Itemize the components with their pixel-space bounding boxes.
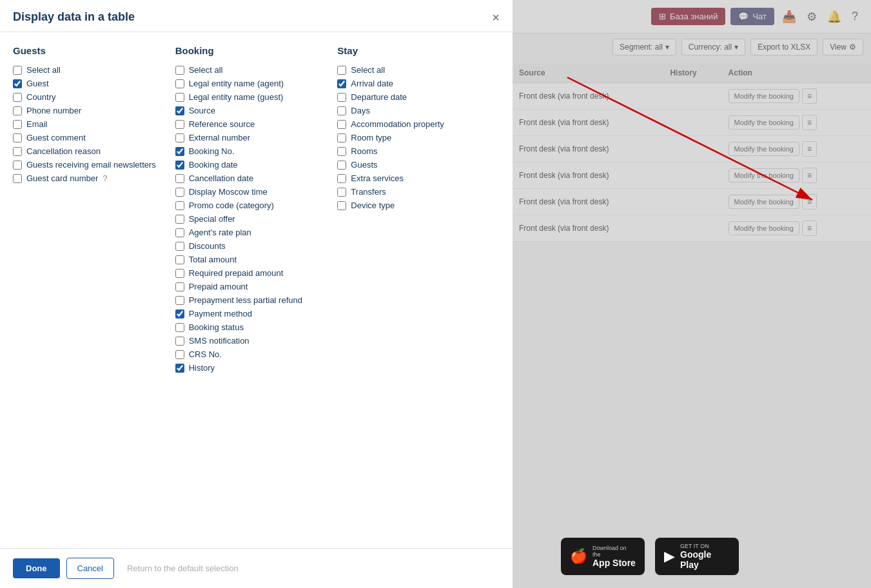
row-menu-button[interactable]: ≡: [802, 220, 817, 236]
list-item[interactable]: Guests: [337, 160, 487, 170]
modify-booking-button[interactable]: Modify the booking: [729, 195, 799, 209]
inbox-icon[interactable]: 📥: [779, 7, 799, 26]
checkbox-s-accom[interactable]: [337, 120, 346, 129]
knowledge-base-button[interactable]: ⊞ База знаний: [651, 8, 726, 25]
list-item[interactable]: Display Moscow time: [175, 187, 325, 197]
list-item[interactable]: Total amount: [175, 255, 325, 264]
checkbox-b-moscow-time[interactable]: [175, 188, 184, 197]
checkbox-s-room-type[interactable]: [337, 133, 346, 142]
list-item[interactable]: Guest: [13, 79, 162, 88]
list-item[interactable]: Cancellation date: [175, 173, 325, 183]
list-item[interactable]: Room type: [337, 133, 487, 142]
modify-booking-button[interactable]: Modify the booking: [729, 221, 799, 235]
checkbox-b-payment[interactable]: [175, 309, 184, 318]
checkbox-b-source[interactable]: [175, 106, 184, 115]
list-item[interactable]: Booking date: [175, 160, 325, 170]
checkbox-b-booking-date[interactable]: [175, 161, 184, 170]
list-item[interactable]: Arrival date: [337, 79, 487, 88]
checkbox-b-ref-source[interactable]: [175, 120, 184, 129]
done-button[interactable]: Done: [13, 558, 60, 578]
close-button[interactable]: ×: [492, 11, 500, 24]
row-menu-button[interactable]: ≡: [802, 141, 817, 157]
list-item[interactable]: Source: [175, 106, 325, 115]
info-icon[interactable]: ?: [103, 173, 107, 183]
list-item[interactable]: Country: [13, 92, 162, 102]
list-item[interactable]: Transfers: [337, 187, 487, 197]
checkbox-g-newsletter[interactable]: [13, 161, 22, 170]
cancel-button[interactable]: Cancel: [66, 558, 114, 579]
checkbox-b-sms[interactable]: [175, 337, 184, 346]
list-item[interactable]: Legal entity name (guest): [175, 92, 325, 102]
checkbox-b-discounts[interactable]: [175, 242, 184, 251]
segment-select[interactable]: Segment: all ▾: [612, 39, 676, 55]
settings-icon[interactable]: ⚙: [804, 7, 819, 26]
list-item[interactable]: Legal entity name (agent): [175, 79, 325, 88]
checkbox-g-select-all[interactable]: [13, 66, 22, 75]
list-item[interactable]: Booking No.: [175, 146, 325, 156]
checkbox-g-phone[interactable]: [13, 106, 22, 115]
checkbox-b-history[interactable]: [175, 364, 184, 373]
list-item[interactable]: Prepaid amount: [175, 282, 325, 291]
list-item[interactable]: Select all: [175, 65, 325, 75]
list-item[interactable]: Payment method: [175, 309, 325, 318]
list-item[interactable]: Promo code (category): [175, 201, 325, 210]
return-default-button[interactable]: Return to the default selection: [121, 558, 245, 578]
checkbox-b-booking-no[interactable]: [175, 147, 184, 156]
list-item[interactable]: Special offer: [175, 214, 325, 224]
modify-booking-button[interactable]: Modify the booking: [729, 168, 799, 182]
checkbox-b-agent-rate[interactable]: [175, 228, 184, 237]
checkbox-s-rooms[interactable]: [337, 147, 346, 156]
view-button[interactable]: View ⚙: [823, 39, 863, 55]
checkbox-b-prepay-refund[interactable]: [175, 296, 184, 305]
list-item[interactable]: Cancellation reason: [13, 146, 162, 156]
chat-button[interactable]: 💬 Чат: [730, 8, 774, 25]
checkbox-s-guests[interactable]: [337, 161, 346, 170]
list-item[interactable]: Reference source: [175, 119, 325, 129]
list-item[interactable]: Guest card number?: [13, 173, 162, 183]
list-item[interactable]: Email: [13, 119, 162, 129]
list-item[interactable]: Select all: [13, 65, 162, 75]
checkbox-g-guest[interactable]: [13, 79, 22, 88]
checkbox-b-status[interactable]: [175, 323, 184, 332]
list-item[interactable]: Accommodation property: [337, 119, 487, 129]
app-store-badge[interactable]: 🍎 Download on the App Store: [561, 538, 645, 575]
checkbox-b-legal-agent[interactable]: [175, 79, 184, 88]
checkbox-g-email[interactable]: [13, 120, 22, 129]
checkbox-s-transfers[interactable]: [337, 188, 346, 197]
list-item[interactable]: Required prepaid amount: [175, 268, 325, 278]
checkbox-g-card-number[interactable]: [13, 174, 22, 183]
checkbox-b-crs[interactable]: [175, 350, 184, 359]
checkbox-b-special[interactable]: [175, 215, 184, 224]
modify-booking-button[interactable]: Modify the booking: [729, 89, 799, 103]
modify-booking-button[interactable]: Modify the booking: [729, 142, 799, 156]
checkbox-g-comment[interactable]: [13, 133, 22, 142]
checkbox-b-cancel-date[interactable]: [175, 174, 184, 183]
checkbox-b-ext-number[interactable]: [175, 133, 184, 142]
export-button[interactable]: Export to XLSX: [750, 39, 817, 55]
currency-select[interactable]: Currency: all ▾: [681, 39, 745, 55]
checkbox-g-cancel-reason[interactable]: [13, 147, 22, 156]
checkbox-b-total[interactable]: [175, 255, 184, 264]
list-item[interactable]: Rooms: [337, 146, 487, 156]
list-item[interactable]: Extra services: [337, 173, 487, 183]
list-item[interactable]: Booking status: [175, 322, 325, 332]
list-item[interactable]: Guests receiving email newsletters: [13, 160, 162, 170]
checkbox-b-select-all[interactable]: [175, 66, 184, 75]
list-item[interactable]: CRS No.: [175, 349, 325, 359]
modify-booking-button[interactable]: Modify the booking: [729, 115, 799, 130]
checkbox-s-arrival[interactable]: [337, 79, 346, 88]
list-item[interactable]: SMS notification: [175, 336, 325, 346]
list-item[interactable]: Prepayment less partial refund: [175, 295, 325, 305]
checkbox-s-departure[interactable]: [337, 93, 346, 102]
checkbox-b-prepaid[interactable]: [175, 282, 184, 291]
list-item[interactable]: Phone number: [13, 106, 162, 115]
checkbox-b-promo[interactable]: [175, 201, 184, 210]
list-item[interactable]: Device type: [337, 201, 487, 210]
list-item[interactable]: Select all: [337, 65, 487, 75]
list-item[interactable]: History: [175, 363, 325, 373]
checkbox-b-legal-guest[interactable]: [175, 93, 184, 102]
row-menu-button[interactable]: ≡: [802, 194, 817, 210]
checkbox-s-days[interactable]: [337, 106, 346, 115]
checkbox-b-req-prepaid[interactable]: [175, 269, 184, 278]
checkbox-s-device[interactable]: [337, 201, 346, 210]
